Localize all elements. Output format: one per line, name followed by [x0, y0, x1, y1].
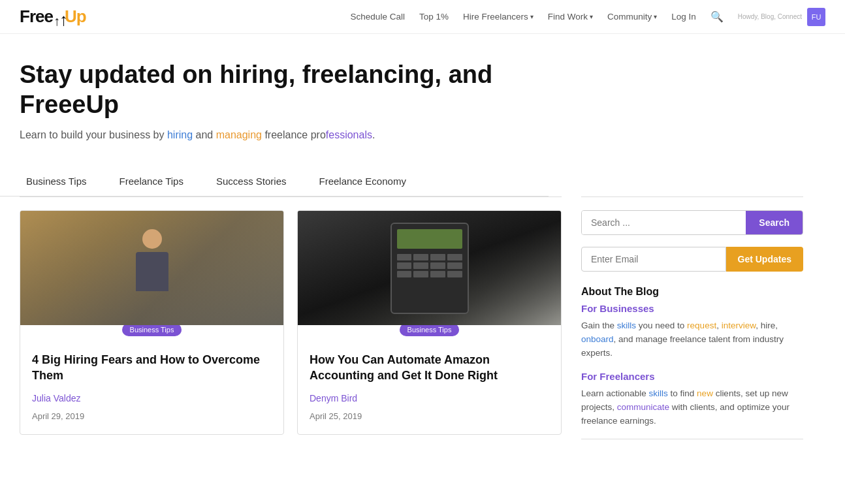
article-author-2[interactable]: Denym Bird	[310, 393, 549, 403]
person-body	[136, 252, 168, 291]
search-input[interactable]	[582, 211, 746, 234]
for-freelancers-text: Learn actionable skills to find new clie…	[581, 387, 803, 428]
calc-btn	[397, 254, 412, 260]
calc-btn	[430, 254, 445, 260]
chevron-down-icon: ▾	[530, 13, 534, 20]
logo-arrow-icon: ↑	[54, 10, 64, 24]
calc-btn	[397, 262, 412, 269]
calc-screen	[397, 229, 462, 249]
category-nav: Business Tips Freelance Tips Success Sto…	[0, 156, 549, 197]
article-image-1	[20, 211, 283, 325]
nav-community[interactable]: Community ▾	[607, 12, 657, 22]
calc-btn	[397, 271, 412, 277]
subtitle-text-2: and	[193, 129, 216, 140]
about-blog-title: About The Blog	[581, 286, 803, 298]
nav-links: Schedule Call Top 1% Hire Freelancers ▾ …	[351, 8, 825, 26]
article-1-body: Business Tips 4 Big Hiring Fears and How…	[20, 325, 283, 434]
category-success-stories[interactable]: Success Stories	[210, 169, 313, 196]
text-highlight-request: request	[687, 321, 716, 330]
text-highlight-actionable: skills	[649, 388, 668, 398]
calc-btn	[413, 262, 428, 269]
text-highlight-communicate: communicate	[617, 402, 669, 412]
nav-hire-freelancers[interactable]: Hire Freelancers ▾	[463, 12, 534, 22]
sidebar-search-box: Search	[581, 210, 803, 235]
chevron-down-icon: ▾	[590, 13, 593, 20]
category-freelance-economy[interactable]: Freelance Economy	[312, 169, 432, 196]
calc-btn	[430, 271, 445, 277]
article-date-2: April 25, 2019	[310, 411, 549, 421]
subtitle-purple: fessionals	[326, 129, 372, 140]
calc-btn	[447, 254, 462, 260]
search-icon[interactable]: 🔍	[710, 10, 724, 23]
nav-tiny-text: Howdy, Blog, Connect	[738, 13, 802, 20]
text-highlight-interview: interview	[722, 321, 756, 330]
article-tag-1[interactable]: Business Tips	[122, 323, 182, 336]
navbar: Free↑Up Schedule Call Top 1% Hire Freela…	[0, 0, 845, 34]
article-2-body: Business Tips How You Can Automate Amazo…	[298, 325, 561, 434]
text-highlight-onboard: onboard	[581, 334, 614, 344]
nav-login[interactable]: Log In	[671, 12, 696, 22]
person-visual	[126, 229, 178, 307]
nav-right-icons: Howdy, Blog, Connect FU	[738, 8, 825, 26]
articles-grid: Business Tips 4 Big Hiring Fears and How…	[20, 210, 562, 435]
calc-btn	[447, 271, 462, 277]
hero-section: Stay updated on hiring, freelancing, and…	[0, 34, 535, 156]
category-freelance-tips[interactable]: Freelance Tips	[113, 169, 210, 196]
calc-btn	[447, 262, 462, 269]
article-title-2[interactable]: How You Can Automate Amazon Accounting a…	[310, 352, 549, 384]
article-author-1[interactable]: Julia Valdez	[32, 393, 272, 403]
article-card-1[interactable]: Business Tips 4 Big Hiring Fears and How…	[20, 210, 284, 435]
article-date-1: April 29, 2019	[32, 411, 272, 421]
subtitle-text-1: Learn to build your business by	[20, 129, 167, 140]
chevron-down-icon: ▾	[654, 13, 657, 20]
calc-btn	[413, 271, 428, 277]
calc-btn	[413, 254, 428, 260]
articles-section: Business Tips 4 Big Hiring Fears and How…	[20, 197, 562, 442]
category-business-tips[interactable]: Business Tips	[20, 169, 113, 196]
text-highlight-skills: skills	[617, 321, 636, 330]
nav-top-1[interactable]: Top 1%	[419, 12, 449, 22]
hero-subtitle: Learn to build your business by hiring a…	[20, 127, 516, 143]
main-layout: Business Tips 4 Big Hiring Fears and How…	[0, 197, 823, 442]
sidebar-divider	[581, 439, 803, 439]
person-head	[142, 229, 162, 249]
avatar[interactable]: FU	[807, 8, 825, 26]
subtitle-blue: hiring	[167, 129, 193, 140]
article-image-2	[298, 211, 561, 325]
email-signup-row: Get Updates	[581, 247, 803, 272]
for-freelancers-title[interactable]: For Freelancers	[581, 371, 803, 382]
sidebar: Search Get Updates About The Blog For Bu…	[581, 197, 803, 442]
nav-find-work[interactable]: Find Work ▾	[548, 12, 593, 22]
email-input[interactable]	[581, 247, 726, 272]
logo[interactable]: Free↑Up	[20, 7, 86, 27]
subtitle-text-4: .	[372, 129, 375, 140]
search-button[interactable]: Search	[746, 211, 803, 234]
tag-wrapper-2: Business Tips	[310, 323, 549, 344]
calc-buttons	[397, 254, 462, 277]
for-businesses-text: Gain the skills you need to request, int…	[581, 319, 803, 360]
article-tag-2[interactable]: Business Tips	[400, 323, 460, 336]
get-updates-button[interactable]: Get Updates	[726, 247, 803, 272]
logo-free: Free	[20, 7, 53, 27]
calc-btn	[430, 262, 445, 269]
subtitle-text-3: freelance pro	[262, 129, 326, 140]
page-title: Stay updated on hiring, freelancing, and…	[20, 60, 516, 119]
logo-up: Up	[65, 7, 86, 27]
article-title-1[interactable]: 4 Big Hiring Fears and How to Overcome T…	[32, 352, 272, 384]
calculator-visual	[391, 223, 469, 314]
subtitle-orange: managing	[216, 129, 262, 140]
text-highlight-new: new	[697, 388, 713, 398]
tag-wrapper-1: Business Tips	[32, 323, 272, 344]
nav-schedule-call[interactable]: Schedule Call	[351, 12, 405, 22]
for-businesses-title[interactable]: For Businesses	[581, 303, 803, 314]
article-card-2[interactable]: Business Tips How You Can Automate Amazo…	[297, 210, 562, 435]
